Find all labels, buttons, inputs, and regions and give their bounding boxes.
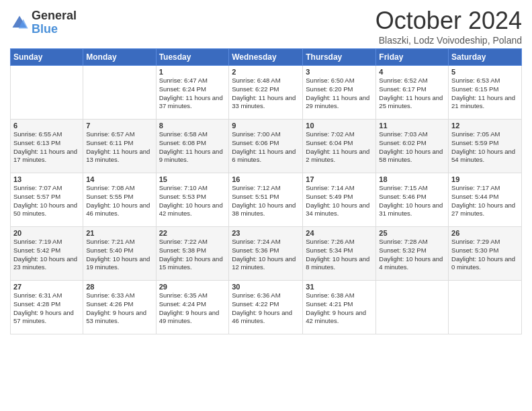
day-number: 18: [379, 175, 445, 183]
day-info: Sunrise: 6:38 AMSunset: 4:21 PMDaylight:…: [306, 291, 373, 326]
day-number: 2: [232, 68, 300, 76]
table-row: 17 Sunrise: 7:14 AMSunset: 5:49 PMDaylig…: [303, 173, 376, 227]
table-row: 23 Sunrise: 7:24 AMSunset: 5:36 PMDaylig…: [229, 227, 303, 281]
day-number: 20: [13, 229, 80, 237]
table-row: 10 Sunrise: 7:02 AMSunset: 6:04 PMDaylig…: [303, 120, 376, 173]
day-number: 24: [306, 229, 373, 237]
day-info: Sunrise: 6:57 AMSunset: 6:11 PMDaylight:…: [86, 130, 152, 165]
day-number: 23: [232, 229, 300, 237]
day-number: 30: [232, 283, 300, 291]
logo: General Blue: [10, 9, 77, 36]
table-row: 14 Sunrise: 7:08 AMSunset: 5:55 PMDaylig…: [83, 173, 156, 227]
day-info: Sunrise: 6:33 AMSunset: 4:26 PMDaylight:…: [86, 291, 152, 326]
calendar-week-row: 20 Sunrise: 7:19 AMSunset: 5:42 PMDaylig…: [11, 227, 522, 281]
day-number: 28: [86, 283, 152, 291]
day-info: Sunrise: 7:24 AMSunset: 5:36 PMDaylight:…: [232, 238, 300, 272]
table-row: 5 Sunrise: 6:53 AMSunset: 6:15 PMDayligh…: [449, 66, 522, 120]
table-row: 11 Sunrise: 7:03 AMSunset: 6:02 PMDaylig…: [376, 120, 449, 173]
day-info: Sunrise: 7:28 AMSunset: 5:32 PMDaylight:…: [379, 238, 445, 272]
day-number: 10: [306, 122, 373, 130]
table-row: 30 Sunrise: 6:36 AMSunset: 4:22 PMDaylig…: [229, 281, 303, 334]
col-saturday: Saturday: [449, 49, 522, 66]
logo-blue: Blue: [32, 23, 77, 36]
day-number: 22: [159, 229, 226, 237]
logo-icon: [10, 13, 29, 32]
calendar-week-row: 6 Sunrise: 6:55 AMSunset: 6:13 PMDayligh…: [11, 120, 522, 173]
month-title: October 2024: [375, 7, 522, 35]
day-info: Sunrise: 7:02 AMSunset: 6:04 PMDaylight:…: [306, 130, 373, 165]
table-row: 22 Sunrise: 7:22 AMSunset: 5:38 PMDaylig…: [156, 227, 229, 281]
day-number: 12: [451, 122, 519, 130]
table-row: 29 Sunrise: 6:35 AMSunset: 4:24 PMDaylig…: [156, 281, 229, 334]
table-row: 24 Sunrise: 7:26 AMSunset: 5:34 PMDaylig…: [303, 227, 376, 281]
header: General Blue October 2024 Blaszki, Lodz …: [10, 7, 522, 46]
calendar-week-row: 1 Sunrise: 6:47 AMSunset: 6:24 PMDayligh…: [11, 66, 522, 120]
day-info: Sunrise: 7:07 AMSunset: 5:57 PMDaylight:…: [13, 184, 80, 218]
day-info: Sunrise: 6:58 AMSunset: 6:08 PMDaylight:…: [159, 130, 226, 165]
page-container: General Blue October 2024 Blaszki, Lodz …: [0, 0, 532, 338]
day-info: Sunrise: 7:21 AMSunset: 5:40 PMDaylight:…: [86, 238, 152, 272]
location-subtitle: Blaszki, Lodz Voivodeship, Poland: [375, 35, 522, 46]
day-info: Sunrise: 7:05 AMSunset: 5:59 PMDaylight:…: [451, 130, 519, 165]
calendar-table: Sunday Monday Tuesday Wednesday Thursday…: [10, 48, 522, 334]
table-row: 12 Sunrise: 7:05 AMSunset: 5:59 PMDaylig…: [449, 120, 522, 173]
day-number: 1: [159, 68, 226, 76]
col-monday: Monday: [83, 49, 156, 66]
day-number: 5: [451, 68, 519, 76]
day-number: 17: [306, 175, 373, 183]
day-info: Sunrise: 7:00 AMSunset: 6:06 PMDaylight:…: [232, 130, 300, 165]
day-info: Sunrise: 7:12 AMSunset: 5:51 PMDaylight:…: [232, 184, 300, 218]
col-friday: Friday: [376, 49, 449, 66]
day-info: Sunrise: 6:50 AMSunset: 6:20 PMDaylight:…: [306, 77, 373, 111]
table-row: 25 Sunrise: 7:28 AMSunset: 5:32 PMDaylig…: [376, 227, 449, 281]
day-info: Sunrise: 6:52 AMSunset: 6:17 PMDaylight:…: [379, 77, 445, 111]
day-number: 31: [306, 283, 373, 291]
day-number: 21: [86, 229, 152, 237]
table-row: 21 Sunrise: 7:21 AMSunset: 5:40 PMDaylig…: [83, 227, 156, 281]
day-info: Sunrise: 6:35 AMSunset: 4:24 PMDaylight:…: [159, 291, 226, 326]
table-row: 4 Sunrise: 6:52 AMSunset: 6:17 PMDayligh…: [376, 66, 449, 120]
title-block: October 2024 Blaszki, Lodz Voivodeship, …: [375, 7, 522, 46]
day-info: Sunrise: 7:15 AMSunset: 5:46 PMDaylight:…: [379, 184, 445, 218]
day-number: 26: [451, 229, 519, 237]
logo-general: General: [32, 9, 77, 23]
day-info: Sunrise: 7:08 AMSunset: 5:55 PMDaylight:…: [86, 184, 152, 218]
table-row: [376, 281, 449, 334]
day-info: Sunrise: 6:47 AMSunset: 6:24 PMDaylight:…: [159, 77, 226, 111]
table-row: 18 Sunrise: 7:15 AMSunset: 5:46 PMDaylig…: [376, 173, 449, 227]
day-number: 8: [159, 122, 226, 130]
table-row: 6 Sunrise: 6:55 AMSunset: 6:13 PMDayligh…: [11, 120, 83, 173]
day-info: Sunrise: 6:48 AMSunset: 6:22 PMDaylight:…: [232, 77, 300, 111]
day-number: 19: [451, 175, 519, 183]
table-row: [11, 66, 83, 120]
day-number: 27: [13, 283, 80, 291]
table-row: 20 Sunrise: 7:19 AMSunset: 5:42 PMDaylig…: [11, 227, 83, 281]
day-info: Sunrise: 7:03 AMSunset: 6:02 PMDaylight:…: [379, 130, 445, 165]
col-sunday: Sunday: [11, 49, 83, 66]
day-number: 3: [306, 68, 373, 76]
table-row: [449, 281, 522, 334]
day-info: Sunrise: 7:10 AMSunset: 5:53 PMDaylight:…: [159, 184, 226, 218]
day-number: 25: [379, 229, 445, 237]
col-tuesday: Tuesday: [156, 49, 229, 66]
day-number: 9: [232, 122, 300, 130]
table-row: 15 Sunrise: 7:10 AMSunset: 5:53 PMDaylig…: [156, 173, 229, 227]
table-row: 16 Sunrise: 7:12 AMSunset: 5:51 PMDaylig…: [229, 173, 303, 227]
day-info: Sunrise: 7:29 AMSunset: 5:30 PMDaylight:…: [451, 238, 519, 272]
table-row: 13 Sunrise: 7:07 AMSunset: 5:57 PMDaylig…: [11, 173, 83, 227]
day-info: Sunrise: 6:53 AMSunset: 6:15 PMDaylight:…: [451, 77, 519, 111]
day-info: Sunrise: 7:26 AMSunset: 5:34 PMDaylight:…: [306, 238, 373, 272]
day-info: Sunrise: 6:55 AMSunset: 6:13 PMDaylight:…: [13, 130, 80, 165]
table-row: 31 Sunrise: 6:38 AMSunset: 4:21 PMDaylig…: [303, 281, 376, 334]
col-wednesday: Wednesday: [229, 49, 303, 66]
calendar-week-row: 13 Sunrise: 7:07 AMSunset: 5:57 PMDaylig…: [11, 173, 522, 227]
day-info: Sunrise: 6:31 AMSunset: 4:28 PMDaylight:…: [13, 291, 80, 326]
table-row: 7 Sunrise: 6:57 AMSunset: 6:11 PMDayligh…: [83, 120, 156, 173]
table-row: 28 Sunrise: 6:33 AMSunset: 4:26 PMDaylig…: [83, 281, 156, 334]
table-row: 1 Sunrise: 6:47 AMSunset: 6:24 PMDayligh…: [156, 66, 229, 120]
col-thursday: Thursday: [303, 49, 376, 66]
table-row: 19 Sunrise: 7:17 AMSunset: 5:44 PMDaylig…: [449, 173, 522, 227]
day-number: 16: [232, 175, 300, 183]
day-number: 6: [13, 122, 80, 130]
calendar-header-row: Sunday Monday Tuesday Wednesday Thursday…: [11, 49, 522, 66]
